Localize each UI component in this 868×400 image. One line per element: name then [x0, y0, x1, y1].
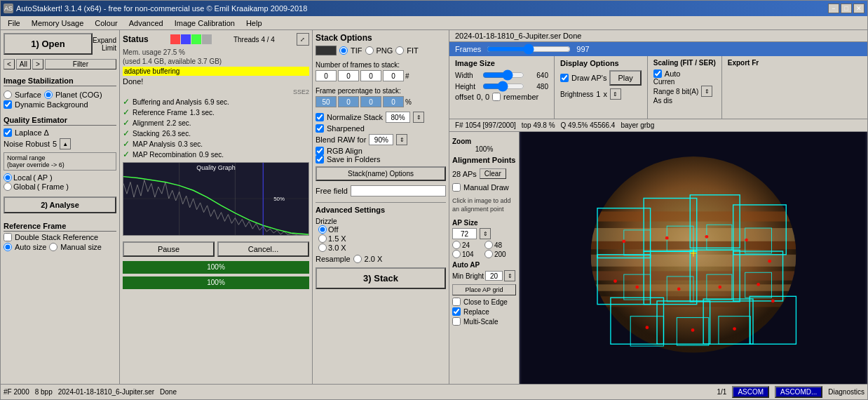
global-radio[interactable]	[4, 182, 12, 191]
manualsize-radio[interactable]	[49, 243, 57, 251]
frame-pct-input-2[interactable]	[360, 96, 381, 107]
frame-num: 997	[576, 45, 589, 53]
save-folders-checkbox[interactable]	[316, 155, 324, 164]
frames-input-3[interactable]	[383, 70, 404, 81]
rgb-align-checkbox[interactable]	[316, 147, 324, 155]
dynamic-bg-checkbox[interactable]	[4, 100, 12, 109]
sharpened-label: Sharpened	[327, 124, 365, 133]
resample-20-radio[interactable]	[353, 255, 362, 263]
size-104-radio[interactable]	[452, 250, 461, 258]
place-ap-grid-button[interactable]: Place AP grid	[452, 284, 516, 295]
drizzle-30-radio[interactable]	[318, 244, 327, 252]
frame-pct-input-3[interactable]	[383, 96, 404, 107]
height-slider[interactable]	[482, 81, 524, 91]
drizzle-30-label: 3.0 X	[328, 244, 346, 252]
stack-name-button[interactable]: Stack(name) Options	[316, 166, 446, 181]
range-arrow-btn[interactable]: ⇕	[701, 86, 712, 97]
menu-colour[interactable]: Colour	[89, 18, 123, 29]
close-to-edge-checkbox[interactable]	[452, 298, 461, 306]
remember-checkbox[interactable]	[492, 93, 501, 101]
page-info: 1/1	[717, 388, 726, 396]
min-bright-input[interactable]	[485, 271, 503, 281]
expand-label[interactable]: Expand	[93, 36, 116, 44]
blend-pct-input[interactable]	[369, 134, 393, 145]
blend-arrow-btn[interactable]: ⇕	[396, 134, 407, 145]
min-bright-arrow[interactable]: ⇕	[504, 270, 515, 281]
ascomd-button[interactable]: ASCOMD...	[775, 386, 822, 398]
brightness-adjust-btn[interactable]: ⇕	[610, 88, 621, 100]
noise-val: 5	[53, 140, 57, 148]
free-field-input[interactable]	[351, 185, 446, 196]
planet-radio[interactable]	[44, 91, 53, 99]
frames-input-2[interactable]	[360, 70, 381, 81]
width-slider[interactable]	[482, 70, 524, 80]
tif-radio[interactable]	[339, 46, 348, 55]
double-stack-checkbox[interactable]	[4, 233, 12, 241]
frame-pct-input-0[interactable]	[316, 96, 337, 107]
nav-prev-button[interactable]: <	[4, 59, 15, 69]
size-200-radio[interactable]	[484, 250, 493, 258]
multi-scale-checkbox[interactable]	[452, 317, 461, 326]
menu-file[interactable]: File	[2, 18, 26, 29]
drizzle-15-radio[interactable]	[318, 234, 327, 243]
menu-advanced[interactable]: Advanced	[123, 18, 169, 29]
ap-size-input[interactable]	[452, 228, 477, 239]
size-48-radio[interactable]	[484, 241, 493, 249]
clear-button[interactable]: Clear	[480, 168, 506, 179]
pause-button[interactable]: Pause	[123, 241, 215, 257]
close-button[interactable]: ✕	[853, 4, 864, 13]
frames-input-1[interactable]	[338, 70, 359, 81]
fit-radio[interactable]	[395, 46, 404, 55]
minimize-button[interactable]: −	[828, 4, 839, 13]
draw-aps-checkbox[interactable]	[560, 74, 569, 82]
replace-checkbox[interactable]	[452, 307, 461, 316]
frames-to-stack: Number of frames to stack: #	[316, 61, 446, 81]
menu-help[interactable]: Help	[240, 18, 268, 29]
quality-estimator-title: Quality Estimator	[4, 116, 116, 126]
image-canvas[interactable]	[520, 132, 867, 384]
normal-range-text: Normal range (bayer override -> 6)	[7, 154, 113, 168]
double-stack-label: Double Stack Reference	[15, 233, 98, 241]
cancel-button[interactable]: Cancel...	[217, 241, 309, 257]
normalize-arrow-btn[interactable]: ⇕	[413, 112, 424, 123]
fullscreen-button[interactable]: ⤢	[297, 33, 309, 46]
filter-button[interactable]: Filter	[45, 59, 116, 69]
nav-all-button[interactable]: All	[16, 59, 31, 69]
play-button[interactable]: Play	[609, 70, 641, 86]
reference-frame-section: Reference Frame Double Stack Reference A…	[4, 219, 116, 251]
offset-label: offset	[455, 93, 474, 101]
auto-checkbox[interactable]	[653, 69, 662, 78]
free-field-row: Free field	[316, 185, 446, 196]
analyse-button[interactable]: 2) Analyse	[4, 196, 116, 213]
normalize-checkbox[interactable]	[316, 113, 324, 121]
size-24-radio[interactable]	[452, 241, 461, 249]
svg-point-38	[622, 240, 625, 244]
open-button[interactable]: 1) Open	[4, 33, 93, 55]
frames-slider[interactable]	[487, 44, 571, 54]
laplace-checkbox[interactable]	[4, 128, 12, 137]
drizzle-off-radio[interactable]	[318, 225, 327, 234]
stack-button[interactable]: 3) Stack	[316, 267, 446, 289]
nav-next-button[interactable]: >	[32, 59, 43, 69]
menu-memory-usage[interactable]: Memory Usage	[26, 18, 90, 29]
frames-input-0[interactable]	[316, 70, 337, 81]
image-title-bar: 2024-01-18-1810_6-Jupiter.ser Done	[449, 30, 867, 42]
frame-pct-input-1[interactable]	[338, 96, 359, 107]
sharpened-checkbox[interactable]	[316, 124, 324, 133]
rgb-align-row: RGB Align	[316, 147, 446, 155]
surface-radio[interactable]	[4, 91, 12, 99]
noise-adjust-btn[interactable]: ▲	[60, 138, 71, 149]
ap-size-arrow[interactable]: ⇕	[480, 228, 491, 239]
ap-count: 28 APs	[452, 170, 477, 178]
normalize-pct-input[interactable]	[386, 112, 410, 123]
maximize-button[interactable]: □	[841, 4, 852, 13]
hash-label: #	[405, 72, 409, 80]
autosize-radio[interactable]	[4, 243, 12, 251]
ascom-button[interactable]: ASCOM	[732, 386, 769, 398]
menu-image-calibration[interactable]: Image Calibration	[169, 18, 240, 29]
manual-draw-checkbox[interactable]	[452, 183, 461, 192]
png-radio[interactable]	[365, 46, 374, 55]
limit-label[interactable]: Limit	[102, 44, 116, 52]
local-radio[interactable]	[4, 173, 12, 182]
height-label: Height	[455, 83, 480, 91]
